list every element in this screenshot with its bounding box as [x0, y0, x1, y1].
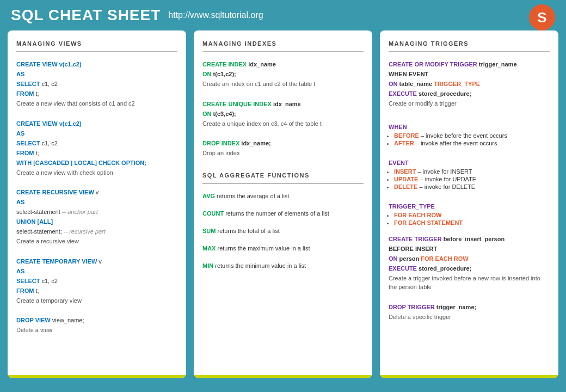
cmt-table: table_name: [398, 81, 434, 87]
trigger-type-heading: TRIGGER_TYPE: [389, 203, 550, 210]
ci-table: t(c1,c2);: [212, 71, 236, 77]
min-kw: MIN: [202, 262, 213, 269]
dt-desc: Delete a specific trigger: [389, 313, 550, 322]
when-list: BEFORE – invoke before the event occurs …: [394, 132, 550, 146]
when-before: BEFORE – invoke before the event occurs: [394, 132, 550, 139]
create-recursive-view-block: CREATE RECURSIVE VIEW v AS select-statem…: [16, 187, 177, 246]
panel-indexes: MANAGING INDEXES CREATE INDEX idx_name O…: [194, 30, 372, 378]
ctv-table: t;: [34, 287, 39, 294]
cui-name: idx_name: [272, 101, 301, 107]
trigger-for-each-stmt: FOR EACH STATEMENT: [394, 219, 550, 226]
cte-desc: Create a trigger invoked before a new ro…: [389, 274, 550, 292]
ci-kw: CREATE INDEX: [202, 61, 247, 68]
ctv-select: SELECT: [16, 278, 40, 284]
cte-name: before_insert_person: [442, 236, 505, 242]
cv2-cols: c1, c2: [40, 140, 57, 146]
crv-name: v: [94, 189, 99, 195]
crv-recursive-comment: -- recursive part: [62, 228, 106, 235]
cv1-select: SELECT: [16, 81, 40, 87]
cv1-cols: c1, c2: [40, 81, 57, 87]
crv-select: select-statement: [16, 209, 60, 215]
cv1-desc: Create a new view that consists of c1 an…: [16, 99, 177, 108]
cv2-check: WITH [CASCADED | LOCAL] CHECK OPTION;: [16, 160, 146, 166]
page-title: SQL CHEAT SHEET: [11, 7, 161, 24]
cv2-select: SELECT: [16, 140, 40, 146]
trigger-type-section: TRIGGER_TYPE FOR EACH ROW FOR EACH STATE…: [389, 203, 550, 226]
cte-before: BEFORE INSERT: [389, 246, 437, 252]
create-trigger-example-block: CREATE TRIGGER before_insert_person BEFO…: [389, 234, 550, 292]
drop-index-block: DROP INDEX idx_name; Drop an index: [202, 138, 364, 158]
di-desc: Drop an index: [202, 149, 364, 158]
crv-desc: Create a recursive view: [16, 237, 177, 246]
ctv-name: v: [97, 258, 102, 265]
ctv-kw: CREATE TEMPORARY VIEW: [16, 258, 97, 265]
sum-block: SUM returns the total of a list: [202, 225, 364, 235]
dt-kw: DROP TRIGGER: [389, 304, 435, 310]
create-temp-view-block: CREATE TEMPORARY VIEW v AS SELECT c1, c2…: [16, 256, 177, 305]
when-after: AFTER – invoke after the event occurs: [394, 140, 550, 146]
when-section: WHEN BEFORE – invoke before the event oc…: [389, 124, 550, 146]
cmt-trigtype: TRIGGER_TYPE: [434, 81, 480, 87]
event-heading: EVENT: [389, 160, 550, 166]
cmt-proc: stored_procedure;: [417, 90, 471, 97]
count-block: COUNT returns the number of elements of …: [202, 208, 364, 218]
ctv-from: FROM: [16, 287, 34, 294]
header-url[interactable]: http://www.sqltutorial.org: [168, 10, 263, 20]
cui-table: t(c3,c4);: [212, 111, 236, 117]
count-desc: returns the number of elements of a list: [224, 210, 329, 217]
create-view-1-block: CREATE VIEW v(c1,c2) AS SELECT c1, c2 FR…: [16, 59, 177, 108]
sum-desc: returns the total of a list: [216, 228, 279, 234]
event-delete: DELETE – invoke for DELETE: [394, 183, 550, 190]
main-content: MANAGING VIEWS CREATE VIEW v(c1,c2) AS S…: [0, 30, 566, 385]
create-unique-index-block: CREATE UNIQUE INDEX idx_name ON t(c3,c4)…: [202, 99, 364, 128]
cui-desc: Create a unique index on c3, c4 of the t…: [202, 119, 364, 128]
min-block: MIN returns the minimum value in a list: [202, 260, 364, 270]
create-view-2-block: CREATE VIEW v(c1,c2) AS SELECT c1, c2 FR…: [16, 118, 177, 177]
max-block: MAX returns the maximum value in a list: [202, 243, 364, 253]
when-heading: WHEN: [389, 124, 550, 130]
site-logo: S: [529, 4, 555, 30]
cv1-table: t;: [34, 90, 39, 97]
sum-kw: SUM: [202, 228, 216, 234]
cte-table: person: [398, 255, 421, 262]
cmt-kw: CREATE OR MODIFY TRIGGER: [389, 61, 477, 68]
panel-views: MANAGING VIEWS CREATE VIEW v(c1,c2) AS S…: [8, 30, 186, 378]
avg-block: AVG returns the average of a list: [202, 191, 364, 200]
cui-kw: CREATE UNIQUE INDEX: [202, 101, 272, 107]
count-kw: COUNT: [202, 210, 224, 217]
event-insert: INSERT – invoke for INSERT: [394, 168, 550, 175]
cmt-on: ON: [389, 81, 398, 87]
indexes-section-title: MANAGING INDEXES: [202, 40, 364, 47]
dv-name: view_name;: [51, 317, 84, 323]
cte-foreach: FOR EACH ROW: [421, 255, 468, 262]
drop-trigger-block: DROP TRIGGER trigger_name; Delete a spec…: [389, 302, 550, 322]
cv1-line2: AS: [16, 71, 24, 77]
trigger-type-list: FOR EACH ROW FOR EACH STATEMENT: [394, 212, 550, 226]
cmt-when: WHEN EVENT: [389, 71, 428, 77]
aggregate-section-title: SQL AGGREGATE FUNCTIONS: [202, 172, 364, 179]
ci-desc: Create an index on c1 and c2 of the tabl…: [202, 79, 364, 89]
dv-kw: DROP VIEW: [16, 317, 51, 323]
cte-on: ON: [389, 255, 398, 262]
event-section: EVENT INSERT – invoke for INSERT UPDATE …: [389, 160, 550, 190]
max-desc: returns the maximum value in a list: [216, 245, 310, 252]
cmt-exec: EXECUTE: [389, 90, 417, 97]
cte-proc: stored_procedure;: [417, 265, 471, 272]
cv2-line2: AS: [16, 130, 24, 137]
panel-triggers: MANAGING TRIGGERS CREATE OR MODIFY TRIGG…: [380, 30, 558, 378]
crv-kw: CREATE RECURSIVE VIEW: [16, 189, 94, 195]
cv1-from: FROM: [16, 90, 34, 97]
avg-desc: returns the average of a list: [215, 193, 289, 199]
create-modify-trigger-block: CREATE OR MODIFY TRIGGER trigger_name WH…: [389, 59, 550, 108]
avg-kw: AVG: [202, 193, 215, 199]
cte-exec: EXECUTE: [389, 265, 417, 272]
crv-union: UNION [ALL]: [16, 218, 53, 225]
cmt-name: trigger_name: [477, 61, 517, 68]
event-update: UPDATE – invoke for UPDATE: [394, 176, 550, 182]
ctv-as: AS: [16, 268, 24, 274]
cte-kw: CREATE TRIGGER: [389, 236, 442, 242]
header: SQL CHEAT SHEET http://www.sqltutorial.o…: [0, 0, 566, 30]
cv2-from: FROM: [16, 150, 34, 156]
views-section-title: MANAGING VIEWS: [16, 40, 177, 47]
dv-desc: Delete a view: [16, 326, 177, 335]
